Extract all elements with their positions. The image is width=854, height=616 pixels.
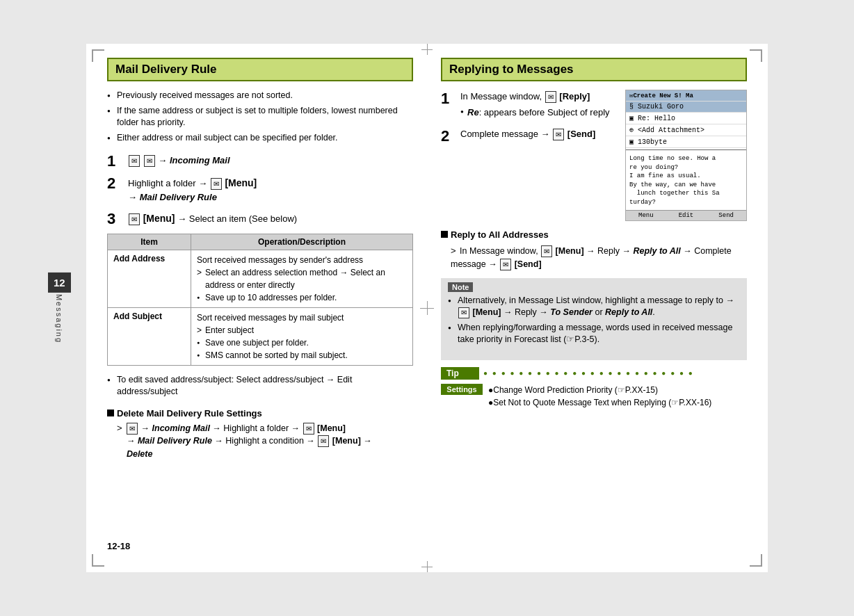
chapter-label: Messaging — [55, 294, 63, 343]
step2-menu-icon: ✉ — [211, 178, 222, 190]
table-header: Item Operation/Description — [108, 234, 412, 250]
step1-arrow: → — [158, 155, 170, 165]
tip-dots: ● ● ● ● ● ● ● ● ● ● ● ● ● ● ● ● ● ● ● ● … — [483, 369, 694, 377]
phone-row-1: § Suzuki Goro — [626, 102, 746, 113]
reply-label: [Reply] — [559, 91, 590, 102]
reply-all-square-icon — [441, 231, 448, 238]
delivery-rule-table: Item Operation/Description Add Address S… — [107, 234, 413, 366]
re-bullet: ● Re: appears before Subject of reply — [460, 106, 618, 120]
phone-footer-menu[interactable]: Menu — [638, 212, 654, 219]
step3-text: → Select an item (See below) — [177, 213, 297, 224]
reply-to-all-content: > In Message window, ✉ [Menu] → Reply → … — [441, 244, 747, 271]
item-name-address: Add Address — [108, 250, 191, 307]
tip-item-2: ●Set Not to Quote Message Text when Repl… — [488, 396, 711, 409]
right-step1-row: 1 In Message window, ✉ [Reply] ● Re: app… — [441, 90, 747, 228]
right-step-1-content: In Message window, ✉ [Reply] ● Re: appea… — [460, 90, 618, 119]
subj-sub2: Save one subject per folder. — [197, 337, 407, 349]
phone-footer-send[interactable]: Send — [718, 212, 734, 219]
phone-footer-edit[interactable]: Edit — [679, 212, 694, 219]
send-icon: ✉ — [553, 129, 564, 140]
settings-label: Settings — [441, 384, 483, 395]
side-tab: 12 Messaging — [48, 273, 71, 343]
phone-row-4: ▣ 130byte — [626, 136, 746, 148]
reply-to-all-section: Reply to All Addresses > In Message wind… — [441, 228, 747, 271]
delete-icon1: ✉ — [127, 423, 138, 435]
addr-sub1: Select an address selection method → Sel… — [197, 266, 407, 291]
bullet-2: If the same address or subject is set to… — [107, 105, 413, 129]
phone-footer: Menu Edit Send — [626, 210, 746, 220]
step-3-number: 3 — [107, 211, 122, 227]
table-row-subject: Add Subject Sort received messages by ma… — [108, 307, 412, 365]
addr-sub2: Save up to 10 addresses per folder. — [197, 291, 407, 304]
left-bullets: Previously received messages are not sor… — [107, 90, 413, 144]
bullet-1: Previously received messages are not sor… — [107, 90, 413, 102]
item-desc-address: Sort received messages by sender's addre… — [191, 250, 412, 307]
page-number: 12-18 — [107, 541, 747, 551]
subj-sub3: SMS cannot be sorted by mail subject. — [197, 349, 407, 362]
phone-divider — [626, 149, 746, 150]
page-wrapper: 12 Messaging Mail Delivery Rule Previous… — [86, 44, 768, 572]
reply-all-send-icon: ✉ — [500, 259, 511, 270]
addr-desc-main: Sort received messages by sender's addre… — [197, 254, 407, 266]
left-step-2: 2 Highlight a folder → ✉ [Menu] → Mail D… — [107, 176, 413, 204]
note-bullet-1: Alternatively, in Message List window, h… — [448, 295, 740, 319]
tip-content: ●Change Word Prediction Priority (☞P.XX-… — [488, 384, 711, 409]
delete-section: Delete Mail Delivery Rule Settings > ✉ →… — [107, 408, 413, 461]
tip-header: Tip ● ● ● ● ● ● ● ● ● ● ● ● ● ● ● ● ● ● … — [441, 367, 747, 380]
step1-icon2: ✉ — [144, 155, 155, 167]
phone-screenshot: ✉Create New S! Ma § Suzuki Goro ▣ Re: He… — [625, 90, 747, 221]
corner-br — [750, 554, 762, 567]
col-item: Item — [108, 234, 191, 250]
black-square-icon — [107, 410, 114, 416]
note-label: Note — [448, 282, 473, 292]
step-1-content: ✉ ✉ → Incoming Mail — [128, 154, 230, 168]
content-area: Mail Delivery Rule Previously received m… — [107, 58, 747, 527]
note-bullets: Alternatively, in Message List window, h… — [448, 295, 740, 346]
delete-heading: Delete Mail Delivery Rule Settings — [107, 408, 413, 419]
reply-all-icon: ✉ — [541, 245, 552, 257]
tip-section: Tip ● ● ● ● ● ● ● ● ● ● ● ● ● ● ● ● ● ● … — [441, 367, 747, 409]
left-section-title: Mail Delivery Rule — [107, 58, 413, 81]
delete-content: > ✉ → Incoming Mail → Highlight a folder… — [107, 421, 413, 461]
tip-label: Tip — [441, 367, 479, 380]
right-step-2: 2 Complete message → ✉ [Send] — [441, 127, 618, 145]
phone-body: Long time no see. How are you doing?I am… — [626, 152, 746, 210]
phone-row-3: ⊕ <Add Attachment> — [626, 124, 746, 136]
bullet-3: Either address or mail subject can be sp… — [107, 132, 413, 145]
item-name-subject: Add Subject — [108, 308, 191, 365]
right-step-1: 1 In Message window, ✉ [Reply] ● Re: app… — [441, 90, 618, 119]
step-2-number: 2 — [107, 176, 122, 191]
tip-row: Settings ●Change Word Prediction Priorit… — [441, 384, 747, 409]
delete-icon3: ✉ — [318, 435, 329, 447]
step-3-content: ✉ [Menu] → Select an item (See below) — [128, 211, 297, 226]
delete-icon2: ✉ — [303, 423, 314, 435]
subj-desc-main: Sort received messages by mail subject — [197, 311, 407, 324]
chapter-number: 12 — [48, 273, 71, 293]
left-step-1: 1 ✉ ✉ → Incoming Mail — [107, 154, 413, 169]
step3-menu-label: [Menu] — [143, 213, 175, 224]
right-step-2-content: Complete message → ✉ [Send] — [460, 127, 618, 141]
edit-note: To edit saved address/subject: Select ad… — [107, 374, 413, 398]
send-label: [Send] — [567, 129, 595, 139]
note-icon1: ✉ — [458, 307, 469, 318]
step-1-number: 1 — [107, 154, 122, 169]
step2-menu-label: [Menu] — [225, 177, 257, 188]
phone-row-2: ▣ Re: Hello — [626, 113, 746, 124]
step-2-content: Highlight a folder → ✉ [Menu] → Mail Del… — [128, 176, 257, 204]
edit-note-list: To edit saved address/subject: Select ad… — [107, 374, 413, 398]
right-section-title: Replying to Messages — [441, 58, 747, 81]
right-column: Replying to Messages 1 In Message window… — [434, 58, 747, 527]
step1-icon1: ✉ — [129, 155, 140, 167]
right-step-2-num: 2 — [441, 127, 455, 145]
step2-rule-text: Mail Delivery Rule — [140, 192, 217, 202]
subj-sub1: Enter subject — [197, 324, 407, 337]
tip-item-1: ●Change Word Prediction Priority (☞P.XX-… — [488, 384, 711, 396]
note-box: Note Alternatively, in Message List wind… — [441, 278, 747, 360]
col-desc: Operation/Description — [191, 234, 412, 250]
step1-text: Incoming Mail — [170, 155, 230, 165]
reply-to-all-heading: Reply to All Addresses — [441, 228, 747, 242]
corner-bl — [92, 554, 104, 567]
right-step1-left: 1 In Message window, ✉ [Reply] ● Re: app… — [441, 90, 618, 154]
reply-icon1: ✉ — [545, 91, 556, 103]
left-step-3: 3 ✉ [Menu] → Select an item (See below) — [107, 211, 413, 227]
